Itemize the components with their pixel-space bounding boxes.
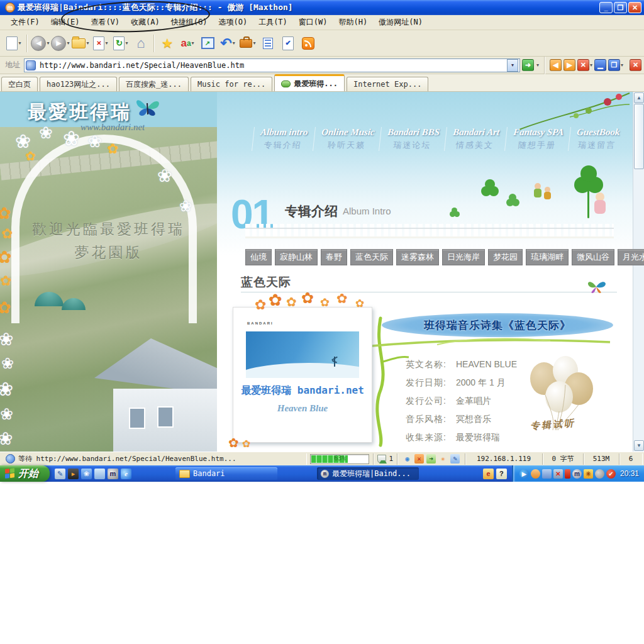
start-button[interactable]: 开始 xyxy=(0,465,50,482)
restore-tab-button[interactable]: ❐ xyxy=(608,59,620,71)
open-folder-button[interactable]: ▾ xyxy=(71,33,90,53)
plugin-icon[interactable]: ✳ xyxy=(438,454,448,464)
task-maxthon-window[interactable]: m 最爱班得瑞|Baind... xyxy=(317,467,419,480)
block-content-icon[interactable]: ✕ xyxy=(414,454,424,464)
edit-note-icon[interactable]: ✎ xyxy=(450,454,460,464)
vertical-scrollbar[interactable]: ▲ ▼ xyxy=(633,92,644,452)
media-player-icon[interactable]: ▸ xyxy=(68,469,79,479)
volume-icon[interactable] xyxy=(595,469,604,479)
album-tab-jijingshanlin[interactable]: 寂静山林 xyxy=(275,249,318,265)
maxthon-quick-icon[interactable]: m xyxy=(108,469,118,479)
tab-hao123[interactable]: hao123网址之... xyxy=(40,77,117,91)
album-tab-xianjing[interactable]: 仙境 xyxy=(245,249,272,265)
dropdown-caret-icon[interactable]: ▾ xyxy=(125,40,128,46)
taskbar-clock[interactable]: 20:31 xyxy=(620,469,639,478)
restore-button[interactable]: ❐ xyxy=(614,2,627,13)
tab-forward-button[interactable]: ▶ xyxy=(564,59,575,71)
go-caret-icon[interactable]: ▾ xyxy=(536,62,539,68)
album-tab-lansetianji[interactable]: 蓝色天际 xyxy=(350,249,393,265)
update-arrow-icon[interactable]: ▶ xyxy=(519,469,529,479)
album-tab-miwusenlin[interactable]: 迷雾森林 xyxy=(396,249,439,265)
album-tab-yueguangshuian[interactable]: 月光水岸 xyxy=(618,249,644,265)
menu-help[interactable]: 帮助(H) xyxy=(333,15,374,30)
nav-online-music[interactable]: Online Music聆听天籁 xyxy=(313,127,382,151)
rss-button[interactable] xyxy=(299,33,318,53)
new-tab-button[interactable]: ▾ xyxy=(4,33,23,53)
notepad-icon[interactable] xyxy=(94,469,105,479)
dropdown-caret-icon[interactable]: ▾ xyxy=(67,40,69,46)
scroll-up-button[interactable]: ▲ xyxy=(634,92,644,103)
kingsoft-icon[interactable]: e xyxy=(483,469,494,479)
favorites-button[interactable]: ★ xyxy=(158,33,177,53)
menu-window[interactable]: 窗口(W) xyxy=(293,15,333,30)
site-domain[interactable]: www.bandari.net xyxy=(80,122,145,133)
menu-options[interactable]: 选项(O) xyxy=(213,15,253,30)
internet-explorer-icon[interactable]: e xyxy=(121,469,131,479)
help-tray-icon[interactable]: ? xyxy=(496,469,507,479)
dropdown-caret-icon[interactable]: ▾ xyxy=(192,40,194,46)
network-icon[interactable] xyxy=(542,469,552,479)
tab-music-for-re[interactable]: Music for re... xyxy=(191,77,272,91)
minimize-tab-button[interactable]: ▁ xyxy=(594,59,606,71)
task-bandari-folder[interactable]: Bandari xyxy=(175,467,277,480)
auto-refresh-icon[interactable]: ➜ xyxy=(426,454,436,464)
album-tab-liulihupan[interactable]: 琉璃湖畔 xyxy=(526,249,569,265)
undo-button[interactable]: ↶▾ xyxy=(218,33,237,53)
home-button[interactable]: ⌂ xyxy=(131,33,150,53)
messenger-icon[interactable]: ❀ xyxy=(81,469,92,479)
stop-button[interactable]: ✕▾ xyxy=(91,33,110,53)
scroll-down-button[interactable]: ▼ xyxy=(634,440,644,451)
nav-bandari-bbs[interactable]: Bandari BBS瑞迷论坛 xyxy=(379,127,447,151)
pet-assistant-icon[interactable] xyxy=(531,469,540,479)
tab-bandari-active[interactable]: 最爱班得... xyxy=(274,74,345,91)
resize-window-button[interactable]: ↗ xyxy=(198,33,217,53)
maxthon-tray-icon[interactable]: m xyxy=(572,469,582,479)
dropdown-caret-icon[interactable]: ▾ xyxy=(47,40,49,46)
dropdown-caret-icon[interactable]: ▾ xyxy=(18,40,21,46)
address-input[interactable] xyxy=(38,60,507,70)
show-desktop-icon[interactable]: ✎ xyxy=(55,469,65,479)
tab-internet-explorer[interactable]: Internet Exp... xyxy=(347,77,428,91)
menu-favorites[interactable]: 收藏(A) xyxy=(125,15,165,30)
menu-view[interactable]: 查看(V) xyxy=(85,15,125,30)
tab-baidu-search[interactable]: 百度搜索_迷... xyxy=(119,77,189,91)
font-groups-button[interactable]: aa▾ xyxy=(178,33,197,53)
menu-tools[interactable]: 工具(T) xyxy=(253,15,293,30)
refresh-button[interactable]: ↻▾ xyxy=(111,33,130,53)
close-button[interactable]: ✕ xyxy=(628,2,641,13)
menu-maxthon-urls[interactable]: 傲游网址(N) xyxy=(373,15,428,30)
nav-album-intro[interactable]: Album intro专辑介绍 xyxy=(252,127,314,151)
dropdown-caret-icon[interactable]: ▾ xyxy=(233,40,235,46)
restore-tab-caret-icon[interactable]: ▾ xyxy=(621,62,623,68)
album-tab-menghuayuan[interactable]: 梦花园 xyxy=(488,249,523,265)
album-cover[interactable]: BANDARI 最爱班得瑞 bandari.net Heaven Blue xyxy=(233,307,372,443)
nav-guestbook[interactable]: GuestBook瑞迷留言 xyxy=(568,127,626,151)
dropdown-caret-icon[interactable]: ▾ xyxy=(253,40,255,46)
close-all-button[interactable]: ✕ xyxy=(630,59,641,71)
album-tab-weifengshangu[interactable]: 微风山谷 xyxy=(572,249,614,265)
tools-button[interactable]: ▾ xyxy=(238,33,257,53)
album-tab-chunye[interactable]: 春野 xyxy=(321,249,347,265)
power-manager-icon[interactable]: ✳ xyxy=(584,469,593,479)
proxy-icon[interactable]: ◉ xyxy=(402,454,412,464)
forward-button[interactable]: ▶▾ xyxy=(51,33,70,53)
album-tab-riguanghaian[interactable]: 日光海岸 xyxy=(442,249,485,265)
nav-bandari-art[interactable]: Bandari Art情感美文 xyxy=(444,127,506,151)
tab-back-button[interactable]: ◀ xyxy=(550,59,562,71)
close-tab-caret-icon[interactable]: ▾ xyxy=(590,62,592,68)
address-dropdown-button[interactable]: ▾ xyxy=(507,59,518,72)
back-button[interactable]: ◀▾ xyxy=(31,33,50,53)
menu-edit[interactable]: 编辑(E) xyxy=(45,15,86,30)
menu-groups[interactable]: 快捷组(G) xyxy=(165,15,213,30)
nav-fantasy-spa[interactable]: Fantasy SPA随想手册 xyxy=(504,127,570,151)
dropdown-caret-icon[interactable]: ▾ xyxy=(86,40,89,46)
tab-blank-page[interactable]: 空白页 xyxy=(1,77,38,91)
form-list-button[interactable] xyxy=(258,33,277,53)
go-button[interactable]: ➜ xyxy=(522,59,534,71)
battery-icon[interactable] xyxy=(565,469,570,479)
site-logo[interactable]: 最愛班得瑞 xyxy=(28,99,131,125)
network-error-icon[interactable]: ✕ xyxy=(553,469,563,479)
scrollbar-thumb[interactable] xyxy=(634,104,644,169)
antivirus-shield-icon[interactable]: ✔ xyxy=(606,469,616,479)
menu-file[interactable]: 文件(F) xyxy=(5,15,45,30)
